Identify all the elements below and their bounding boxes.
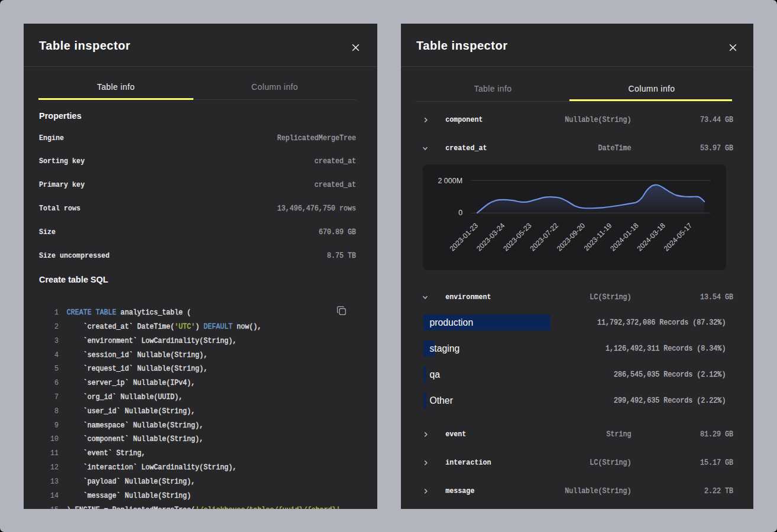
svg-text:2024-01-18: 2024-01-18 bbox=[608, 222, 640, 254]
svg-text:2023-05-23: 2023-05-23 bbox=[501, 222, 533, 254]
svg-text:0: 0 bbox=[458, 209, 462, 218]
svg-text:2024-05-17: 2024-05-17 bbox=[662, 222, 694, 254]
svg-text:2023-01-23: 2023-01-23 bbox=[448, 222, 480, 254]
svg-text:2 000M: 2 000M bbox=[438, 177, 462, 185]
svg-text:2024-03-18: 2024-03-18 bbox=[636, 222, 668, 254]
svg-text:2023-09-20: 2023-09-20 bbox=[555, 222, 587, 254]
svg-text:2023-03-24: 2023-03-24 bbox=[475, 222, 507, 254]
svg-text:2023-07-22: 2023-07-22 bbox=[529, 222, 561, 254]
